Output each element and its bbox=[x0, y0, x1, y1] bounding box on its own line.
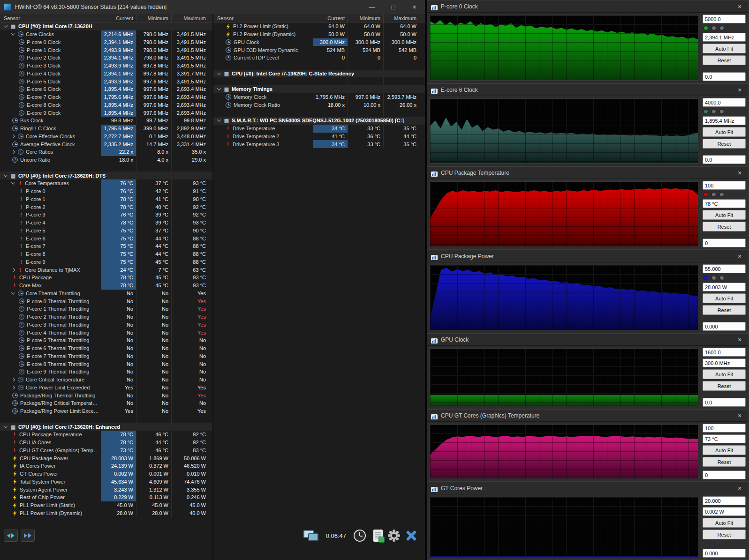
sensor-row[interactable]: P-core 5 Clock2,493.9 MHz997.6 MHz3,491.… bbox=[0, 77, 212, 85]
chevron-right-icon[interactable] bbox=[11, 150, 15, 154]
settings-gear-button[interactable] bbox=[390, 532, 398, 539]
chevron-down-icon[interactable] bbox=[217, 71, 221, 75]
close-graph-button[interactable]: × bbox=[733, 336, 747, 343]
column-header-sensor[interactable]: Sensor bbox=[0, 14, 101, 22]
sensor-row[interactable]: P-core 178 °C41 °C90 °C bbox=[0, 195, 212, 203]
close-graph-button[interactable]: × bbox=[733, 3, 747, 10]
sensor-row[interactable]: E-core 9 Thermal ThrottlingNoNoNo bbox=[0, 368, 212, 376]
scale-max-input[interactable]: 100 bbox=[703, 181, 746, 190]
sensor-row[interactable]: E-core 675 °C44 °C88 °C bbox=[0, 234, 212, 242]
sensor-row[interactable]: Total System Power45.634 W4.609 W74.476 … bbox=[0, 478, 212, 486]
sensor-section-row[interactable]: CPU [#0]: Intel Core i7-13620H: C-State … bbox=[213, 70, 425, 78]
sensor-row[interactable]: E-core 775 °C44 °C88 °C bbox=[0, 242, 212, 250]
column-header-current[interactable]: Current bbox=[313, 14, 348, 22]
graph-color-dot[interactable] bbox=[704, 109, 708, 114]
sensor-row[interactable]: Core Thermal ThrottlingNoNoYes bbox=[0, 290, 212, 298]
sensor-section-row[interactable]: Memory Timings bbox=[213, 85, 425, 93]
scale-min-input[interactable]: 0 bbox=[703, 470, 746, 479]
column-header-minimum[interactable]: Minimum bbox=[348, 14, 383, 22]
column-header-sensor[interactable]: Sensor bbox=[213, 14, 313, 22]
scale-max-input[interactable]: 55.000 bbox=[703, 264, 746, 273]
sensor-row[interactable]: P-core 3 Thermal ThrottlingNoNoYes bbox=[0, 321, 212, 329]
sensor-row[interactable]: P-core 4 Clock2,394.1 MHz897.8 MHz3,391.… bbox=[0, 70, 212, 78]
column-header-maximum[interactable]: Maximum bbox=[383, 14, 419, 22]
chevron-down-icon[interactable] bbox=[4, 24, 8, 28]
sensor-row[interactable]: E-core 7 Thermal ThrottlingNoNoNo bbox=[0, 352, 212, 360]
sensor-row[interactable]: Core Effective Clocks2,272.7 MHz0.1 MHz3… bbox=[0, 133, 212, 141]
chevron-down-icon[interactable] bbox=[4, 424, 8, 428]
reset-button[interactable]: Reset bbox=[703, 530, 746, 539]
sensor-row[interactable]: P-core 575 °C37 °C90 °C bbox=[0, 227, 212, 235]
graph-color-dot[interactable] bbox=[711, 192, 716, 197]
sensor-row[interactable]: P-core 278 °C40 °C92 °C bbox=[0, 203, 212, 211]
sensor-row[interactable]: IA Cores Power24.139 W0.372 W46.520 W bbox=[0, 462, 212, 470]
close-graph-button[interactable]: × bbox=[733, 86, 747, 94]
sensor-row[interactable]: CPU Package Power28.003 W1.869 W50.006 W bbox=[0, 454, 212, 462]
sensor-row[interactable]: P-core 1 Clock2,493.9 MHz798.0 MHz3,491.… bbox=[0, 46, 212, 54]
graph-color-dot[interactable] bbox=[711, 109, 716, 114]
maximize-button[interactable]: □ bbox=[383, 0, 404, 14]
graph-plot[interactable] bbox=[430, 181, 698, 247]
sensor-row[interactable]: Core Distance to TjMAX24 °C7 °C63 °C bbox=[0, 266, 212, 274]
sensor-row[interactable]: E-core 9 Clock1,895.4 MHz997.6 MHz2,693.… bbox=[0, 109, 212, 117]
column-header-maximum[interactable]: Maximum bbox=[171, 14, 209, 22]
sensor-row[interactable]: P-core 376 °C39 °C92 °C bbox=[0, 211, 212, 219]
chevron-right-icon[interactable] bbox=[11, 134, 15, 138]
graph-color-dot[interactable] bbox=[704, 26, 708, 30]
sensor-row[interactable]: Rest-of-Chip Power0.229 W0.113 W0.246 W bbox=[0, 493, 212, 501]
auto-fit-button[interactable]: Auto Fit bbox=[703, 210, 746, 220]
sensor-row[interactable]: System Agent Power3.243 W1.312 W3.355 W bbox=[0, 485, 212, 493]
auto-fit-button[interactable]: Auto Fit bbox=[703, 445, 746, 455]
sensor-row[interactable]: Memory Clock1,795.6 MHz997.6 MHz2,593.7 … bbox=[213, 93, 425, 101]
sensor-section-row[interactable]: CPU [#0]: Intel Core i7-13620H: DTS bbox=[0, 172, 212, 179]
sensor-row[interactable]: PL2 Power Limit (Static)64.0 W64.0 W64.0… bbox=[213, 22, 425, 30]
chevron-down-icon[interactable] bbox=[217, 87, 221, 90]
graph-plot[interactable] bbox=[430, 98, 698, 164]
report-button[interactable] bbox=[373, 530, 383, 542]
scale-max-input[interactable]: 20.000 bbox=[703, 496, 746, 505]
reset-button[interactable]: Reset bbox=[703, 305, 746, 315]
sensor-row[interactable]: CPU Package78 °C45 °C93 °C bbox=[0, 274, 212, 282]
column-header-minimum[interactable]: Minimum bbox=[136, 14, 171, 22]
sensor-row[interactable]: Drive Temperature34 °C33 °C35 °C bbox=[213, 125, 425, 133]
sensor-row[interactable]: E-core 7 Clock1,795.6 MHz997.6 MHz2,693.… bbox=[0, 93, 212, 101]
sensor-row[interactable]: Core Power Limit ExceededYesNoYes bbox=[0, 384, 212, 392]
sensor-section-row[interactable]: CPU [#0]: Intel Core i7-13620H: Enhanced bbox=[0, 423, 212, 431]
graph-plot[interactable] bbox=[430, 15, 698, 81]
sensor-row[interactable]: Current cTDP Level000 bbox=[213, 54, 425, 62]
sensor-row[interactable]: P-core 3 Clock2,493.9 MHz897.8 MHz3,491.… bbox=[0, 62, 212, 70]
sensor-row[interactable]: P-core 0 Thermal ThrottlingNoNoYes bbox=[0, 297, 212, 305]
sensor-row[interactable]: Drive Temperature 334 °C33 °C35 °C bbox=[213, 140, 425, 148]
sensor-row[interactable]: P-core 0 Clock2,394.1 MHz798.0 MHz3,491.… bbox=[0, 38, 212, 46]
sensor-row[interactable]: P-core 1 Thermal ThrottlingNoNoYes bbox=[0, 305, 212, 313]
close-sensors-button[interactable] bbox=[405, 530, 417, 542]
sensor-row[interactable]: P-core 478 °C39 °C93 °C bbox=[0, 219, 212, 227]
sensor-row[interactable]: PL1 Power Limit (Static)45.0 W45.0 W45.0… bbox=[0, 501, 212, 509]
auto-fit-button[interactable]: Auto Fit bbox=[703, 127, 746, 137]
sensor-row[interactable]: Core Max78 °C45 °C93 °C bbox=[0, 282, 212, 290]
sensor-row[interactable]: Uncore Ratio18.0 x4.0 x29.0 x bbox=[0, 156, 212, 164]
graph-plot[interactable] bbox=[430, 348, 698, 406]
graph-color-dot[interactable] bbox=[711, 26, 716, 30]
sensor-row[interactable]: Package/Ring Thermal ThrottlingNoNoYes bbox=[0, 391, 212, 399]
sensor-row[interactable]: E-core 975 °C45 °C88 °C bbox=[0, 258, 212, 266]
sensor-row[interactable]: Core Ratios22.2 x8.0 x35.0 x bbox=[0, 148, 212, 156]
graph-color-dot[interactable] bbox=[719, 276, 724, 280]
graph-color-dot[interactable] bbox=[704, 276, 708, 280]
reset-button[interactable]: Reset bbox=[703, 55, 746, 65]
scale-min-input[interactable]: 0 bbox=[703, 239, 746, 247]
minimize-button[interactable]: — bbox=[362, 0, 383, 14]
sensor-row[interactable]: P-core 4 Thermal ThrottlingNoNoYes bbox=[0, 329, 212, 336]
sensor-section-row[interactable]: S.M.A.R.T.: WD PC SN5000S SDEQNSJ-512G-1… bbox=[213, 117, 425, 125]
sensor-row[interactable]: GT Cores Power0.002 W0.001 W0.010 W bbox=[0, 470, 212, 478]
scale-max-input[interactable]: 4000.0 bbox=[703, 98, 746, 107]
chevron-down-icon[interactable] bbox=[11, 31, 15, 35]
sensor-row[interactable]: P-core 2 Thermal ThrottlingNoNoYes bbox=[0, 313, 212, 321]
graph-color-dot[interactable] bbox=[719, 192, 724, 197]
close-graph-button[interactable]: × bbox=[733, 253, 747, 260]
chevron-right-icon[interactable] bbox=[11, 268, 15, 271]
chevron-right-icon[interactable] bbox=[11, 386, 15, 389]
auto-fit-button[interactable]: Auto Fit bbox=[703, 369, 746, 379]
sensor-row[interactable]: Core Critical TemperatureNoNoNo bbox=[0, 376, 212, 384]
sensor-row[interactable]: E-core 8 Thermal ThrottlingNoNoNo bbox=[0, 360, 212, 368]
